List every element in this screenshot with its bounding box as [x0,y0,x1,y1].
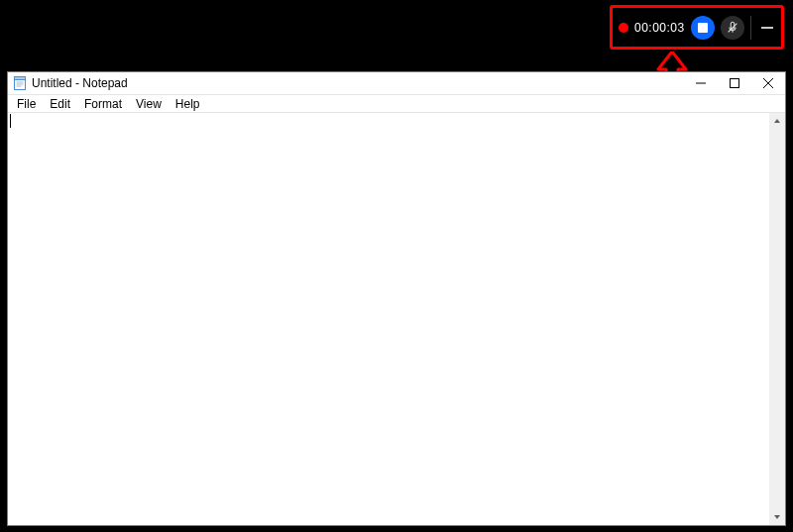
stop-icon [698,23,708,33]
scroll-up-button[interactable] [769,113,785,129]
minimize-icon [761,27,773,29]
mute-mic-button[interactable] [721,16,744,40]
recording-timer: 00:00:03 [634,21,685,35]
svg-rect-3 [15,77,26,80]
menubar: File Edit Format View Help [8,95,785,113]
text-caret [10,114,11,128]
menu-format[interactable]: Format [77,95,129,112]
recording-toolbar: 00:00:03 [610,5,784,50]
titlebar[interactable]: Untitled - Notepad [8,72,785,95]
menu-help[interactable]: Help [169,95,207,112]
menu-file[interactable]: File [10,95,43,112]
menu-edit[interactable]: Edit [43,95,77,112]
stop-recording-button[interactable] [691,16,715,40]
notepad-app-icon [12,75,28,91]
recording-indicator-icon [619,23,628,33]
chevron-up-icon [773,117,781,125]
window-minimize-icon [696,78,706,88]
chevron-down-icon [773,513,781,521]
window-title: Untitled - Notepad [32,76,684,90]
vertical-scrollbar[interactable] [769,113,785,525]
notepad-window: Untitled - Notepad File Edit Format View… [7,71,786,526]
svg-rect-8 [731,79,739,88]
window-maximize-icon [730,78,739,88]
text-editor[interactable] [8,113,769,525]
menu-view[interactable]: View [129,95,169,112]
minimize-button[interactable] [684,72,718,94]
collapse-toolbar-button[interactable] [757,18,777,38]
close-button[interactable] [751,72,785,94]
client-area [8,113,785,525]
mic-muted-icon [726,21,739,35]
scroll-track[interactable] [769,129,785,509]
window-close-icon [763,78,773,88]
toolbar-divider [750,16,751,40]
maximize-button[interactable] [718,72,751,94]
scroll-down-button[interactable] [769,509,785,525]
